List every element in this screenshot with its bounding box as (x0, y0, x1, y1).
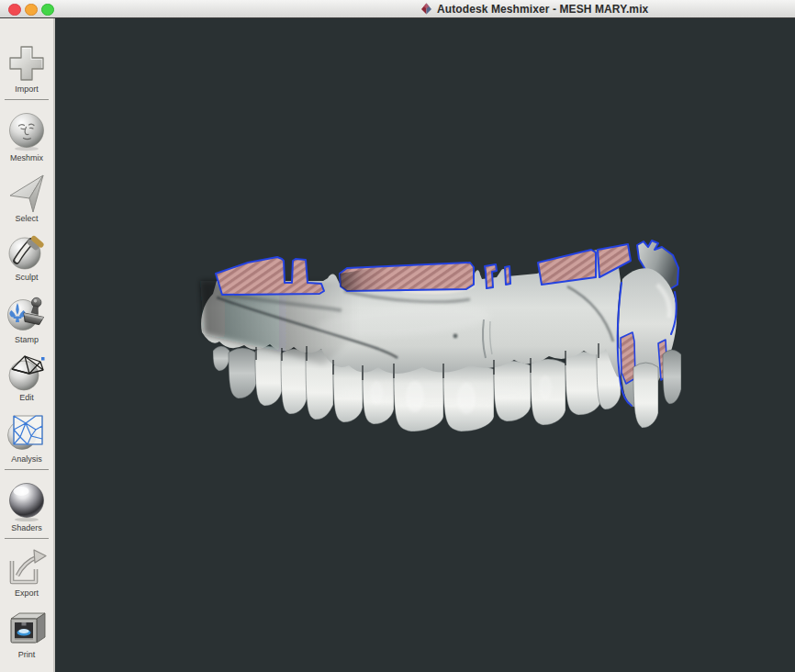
stamp-fleur-sphere-icon (6, 292, 48, 334)
sidebar-label-print: Print (0, 650, 53, 659)
toolbar-sidebar: Import Meshmix (0, 18, 55, 672)
sidebar-item-meshmix[interactable]: Meshmix (0, 110, 53, 162)
sidebar-label-shaders: Shaders (0, 523, 53, 532)
export-arrow-box-icon (6, 547, 48, 588)
sidebar-label-sculpt: Sculpt (0, 273, 53, 282)
select-arrow-icon (6, 171, 48, 213)
sidebar-label-select: Select (0, 214, 53, 223)
sidebar-item-shaders[interactable]: Shaders (0, 480, 53, 532)
sidebar-item-analysis[interactable]: Analysis (0, 411, 53, 464)
sidebar-label-analysis: Analysis (0, 454, 53, 464)
sidebar-item-import[interactable]: Import (0, 43, 53, 94)
titlebar[interactable]: Autodesk Meshmixer - MESH MARY.mix (0, 0, 795, 18)
sidebar-label-meshmix: Meshmix (0, 153, 53, 162)
sidebar-divider (5, 469, 49, 470)
dental-model (200, 241, 681, 431)
sidebar-item-select[interactable]: Select (0, 171, 53, 223)
print-3d-printer-icon (6, 607, 48, 649)
shaders-chrome-sphere-icon (6, 480, 47, 522)
sidebar-label-import: Import (0, 84, 53, 94)
sidebar-label-stamp: Stamp (0, 335, 53, 344)
viewport-canvas[interactable] (55, 18, 795, 672)
close-button[interactable] (8, 4, 21, 17)
meshmixer-window: { "window": { "title": "Autodesk Meshmix… (0, 0, 795, 672)
sidebar-item-edit[interactable]: Edit (0, 352, 53, 402)
analysis-mesh-sphere-icon (6, 411, 48, 454)
import-plus-icon (6, 43, 47, 84)
window-title: Autodesk Meshmixer - MESH MARY.mix (437, 3, 648, 16)
window-title-group: Autodesk Meshmixer - MESH MARY.mix (420, 0, 648, 17)
sidebar-item-export[interactable]: Export (0, 547, 53, 598)
meshmixer-app-icon (420, 3, 432, 15)
zoom-button[interactable] (41, 4, 54, 17)
sidebar-item-print[interactable]: Print (0, 607, 53, 659)
meshmix-face-sphere-icon (6, 110, 47, 152)
sculpt-brush-sphere-icon (6, 230, 48, 272)
minimize-button[interactable] (25, 4, 38, 17)
sidebar-divider (5, 99, 49, 100)
sidebar-item-sculpt[interactable]: Sculpt (0, 230, 53, 282)
sidebar-divider (5, 538, 49, 539)
sidebar-item-stamp[interactable]: Stamp (0, 292, 53, 344)
sidebar-label-edit: Edit (0, 393, 53, 402)
sidebar-label-export: Export (0, 588, 53, 598)
edit-wireframe-sphere-icon (6, 352, 48, 392)
